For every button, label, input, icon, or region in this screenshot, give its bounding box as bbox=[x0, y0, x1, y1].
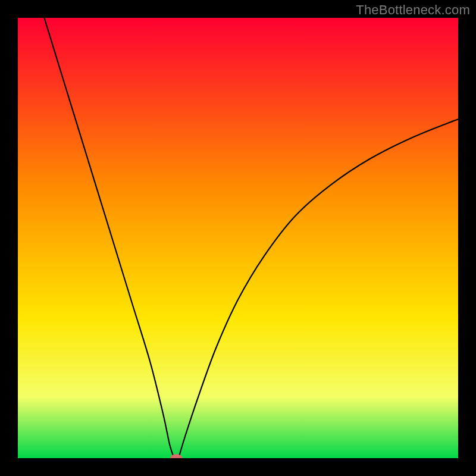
chart-frame bbox=[18, 18, 458, 458]
gradient-background bbox=[18, 18, 458, 458]
bottleneck-chart bbox=[18, 18, 458, 458]
watermark-text: TheBottleneck.com bbox=[356, 2, 470, 18]
